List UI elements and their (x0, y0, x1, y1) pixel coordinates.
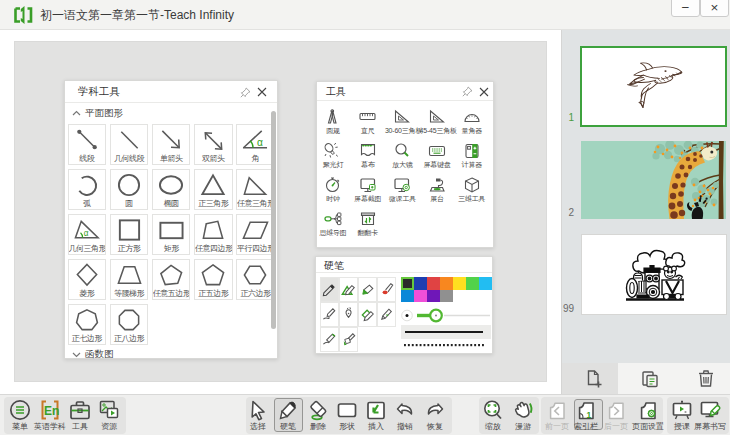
svg-text:α: α (83, 229, 88, 238)
svg-text:α: α (257, 136, 263, 147)
svg-text:1: 1 (587, 410, 592, 420)
svg-text:En: En (44, 404, 59, 418)
